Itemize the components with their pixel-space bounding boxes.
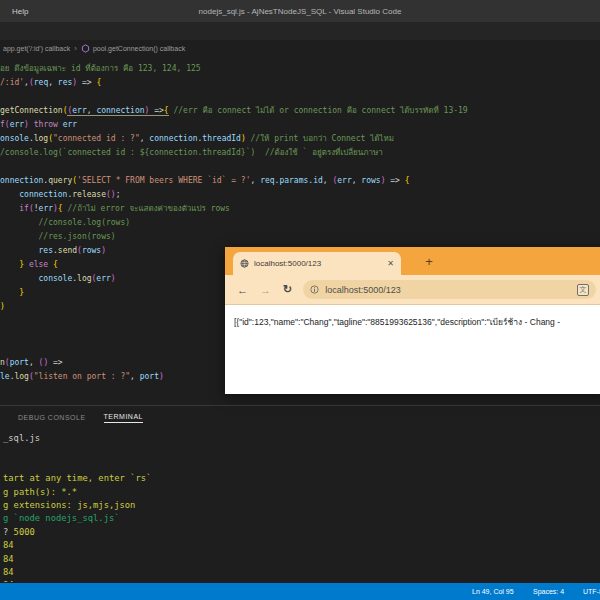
breadcrumb: app.get('/:id') callback › pool.getConne…	[0, 40, 600, 57]
breadcrumb-segment[interactable]: app.get('/:id') callback	[3, 45, 70, 52]
status-indentation[interactable]: Spaces: 4	[533, 583, 564, 600]
browser-window: localhost:5000/123 ✕ + ← → ↻ localhost:5…	[225, 247, 600, 394]
symbol-method-icon	[81, 44, 90, 53]
vscode-window: Help nodejs_sql.js - AjNesTNodeJS_SQL - …	[0, 0, 600, 600]
terminal-output: _sql.js tart at any time, enter `rs`g pa…	[3, 432, 151, 582]
tab-debug-console[interactable]: DEBUG CONSOLE	[18, 414, 86, 423]
window-title: nodejs_sql.js - AjNesTNodeJS_SQL - Visua…	[0, 7, 600, 16]
browser-tab-title: localhost:5000/123	[254, 259, 387, 268]
new-tab-button[interactable]: +	[417, 250, 441, 274]
panel-tab-bar: DEBUG CONSOLE TERMINAL	[0, 406, 600, 430]
bottom-panel: DEBUG CONSOLE TERMINAL _sql.js tart at a…	[0, 405, 600, 583]
url-text: localhost:5000/123	[325, 285, 577, 295]
status-bar: Ln 49, Col 95 Spaces: 4 UTF-8	[0, 583, 600, 600]
status-encoding[interactable]: UTF-8	[583, 583, 600, 600]
title-bar: Help nodejs_sql.js - AjNesTNodeJS_SQL - …	[0, 0, 600, 22]
status-line-col[interactable]: Ln 49, Col 95	[472, 583, 514, 600]
close-tab-icon[interactable]: ✕	[387, 259, 394, 268]
page-info-icon[interactable]	[310, 285, 319, 294]
translate-icon[interactable]: 文	[577, 284, 589, 296]
reload-button[interactable]: ↻	[283, 283, 292, 296]
breadcrumb-segment[interactable]: pool.getConnection() callback	[93, 45, 185, 52]
editor-tabstrip	[0, 22, 600, 40]
globe-icon	[240, 259, 249, 268]
chevron-right-icon: ›	[74, 44, 77, 53]
terminal-view[interactable]: _sql.js tart at any time, enter `rs`g pa…	[0, 430, 600, 582]
back-button[interactable]: ←	[237, 284, 248, 296]
browser-tab[interactable]: localhost:5000/123 ✕	[233, 252, 401, 275]
browser-content: [{"id":123,"name":"Chang","tagline":"885…	[225, 304, 600, 394]
tab-terminal[interactable]: TERMINAL	[104, 413, 143, 423]
address-bar[interactable]: localhost:5000/123 文	[303, 280, 596, 299]
json-response-text: [{"id":123,"name":"Chang","tagline":"885…	[234, 315, 600, 329]
browser-toolbar: ← → ↻ localhost:5000/123 文	[225, 275, 600, 304]
forward-button[interactable]: →	[260, 284, 271, 296]
browser-tabstrip: localhost:5000/123 ✕ +	[225, 247, 600, 275]
